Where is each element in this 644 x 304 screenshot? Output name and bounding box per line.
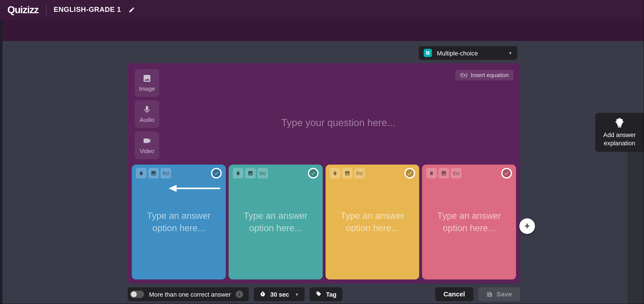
stopwatch-icon: [260, 291, 266, 298]
divider: [46, 4, 46, 15]
answer-tools: f(x): [330, 168, 365, 178]
media-buttons-column: Image Audio Video: [134, 69, 159, 159]
chevron-down-icon: ▼: [295, 292, 299, 296]
answer-image-button[interactable]: [148, 168, 159, 178]
delete-answer-button[interactable]: [233, 168, 244, 178]
add-audio-button[interactable]: Audio: [134, 100, 159, 128]
question-type-dropdown[interactable]: Multiple-choice ▼: [419, 46, 518, 60]
image-icon: [142, 74, 152, 83]
answer-option-4[interactable]: f(x) Type an answer option here...: [422, 164, 516, 280]
app-root: { "brand": "Quizizz", "quiz_title": "ENG…: [0, 0, 644, 304]
question-text-input[interactable]: Type your question here...: [164, 88, 512, 158]
fx-icon: f(x): [260, 171, 266, 176]
answer-tools: f(x): [136, 168, 171, 178]
trash-icon: [235, 170, 241, 176]
answer-equation-button[interactable]: f(x): [354, 168, 365, 178]
trash-icon: [429, 170, 434, 176]
save-icon: [486, 291, 492, 298]
fx-icon: f(x): [162, 171, 169, 176]
answer-equation-button[interactable]: f(x): [258, 168, 268, 178]
answer-equation-button[interactable]: f(x): [160, 168, 171, 178]
delete-answer-button[interactable]: [426, 168, 437, 178]
answer-option-1[interactable]: f(x) Type an answer option here...: [132, 164, 226, 280]
check-icon: [310, 170, 316, 176]
image-icon: [151, 170, 156, 176]
add-explanation-button[interactable]: Add answer explanation: [595, 113, 644, 152]
chevron-down-icon: ▼: [508, 51, 512, 55]
tag-button[interactable]: Tag: [310, 287, 342, 301]
tag-icon: [315, 291, 322, 298]
add-answer-button[interactable]: +: [520, 218, 535, 234]
answer-option-2[interactable]: f(x) Type an answer option here...: [228, 164, 322, 280]
fx-icon: f(x): [453, 171, 460, 176]
question-type-label: Multiple-choice: [437, 50, 478, 56]
mark-correct-toggle[interactable]: [308, 168, 318, 178]
answer-tools: f(x): [426, 168, 462, 178]
left-gutter: [0, 20, 2, 304]
answer-image-button[interactable]: [438, 168, 449, 178]
question-editor-panel: Image Audio Video f(x) Insert equation T…: [128, 63, 520, 284]
answer-placeholder: Type an answer option here...: [426, 210, 512, 234]
multi-correct-toggle[interactable]: [130, 290, 144, 298]
answer-placeholder: Type an answer option here...: [136, 210, 222, 234]
answer-image-button[interactable]: [342, 168, 352, 178]
lightbulb-icon: [614, 118, 625, 128]
trash-icon: [138, 170, 144, 176]
multi-correct-label: More than one correct answer: [149, 291, 231, 298]
edit-title-icon[interactable]: [128, 6, 135, 13]
editor-stage: Multiple-choice ▼ Image Audio Video: [2, 41, 644, 304]
secondary-bar: [2, 20, 644, 41]
answer-option-3[interactable]: f(x) Type an answer option here...: [325, 164, 419, 280]
microphone-icon: [142, 105, 152, 114]
cancel-button[interactable]: Cancel: [435, 287, 473, 301]
add-video-button[interactable]: Video: [134, 132, 159, 160]
mark-correct-toggle[interactable]: [404, 168, 415, 178]
video-icon: [142, 136, 152, 145]
quiz-title: ENGLISH-GRADE 1: [54, 6, 121, 14]
check-icon: [504, 170, 510, 176]
image-icon: [441, 170, 447, 176]
insert-equation-button[interactable]: f(x) Insert equation: [455, 70, 514, 80]
brand-logo: Quizizz: [8, 4, 38, 16]
answer-tools: f(x): [233, 168, 268, 178]
brand-bar: Quizizz ENGLISH-GRADE 1: [0, 0, 644, 20]
delete-answer-button[interactable]: [330, 168, 340, 178]
answer-options-row: f(x) Type an answer option here... f(x) …: [132, 164, 516, 280]
multiple-choice-icon: [424, 49, 432, 57]
question-placeholder: Type your question here...: [281, 117, 395, 128]
editor-footer: More than one correct answer i 30 sec ▼ …: [128, 285, 520, 304]
add-image-button[interactable]: Image: [134, 69, 159, 97]
info-icon[interactable]: i: [236, 290, 243, 298]
check-icon: [213, 170, 219, 176]
multi-correct-toggle-wrap: More than one correct answer i: [128, 287, 249, 301]
fx-icon: f(x): [460, 72, 467, 78]
answer-placeholder: Type an answer option here...: [330, 210, 415, 234]
answer-placeholder: Type an answer option here...: [233, 210, 318, 234]
fx-icon: f(x): [356, 171, 363, 176]
timer-dropdown[interactable]: 30 sec ▼: [254, 287, 304, 301]
answer-image-button[interactable]: [245, 168, 256, 178]
mark-correct-toggle[interactable]: [211, 168, 222, 178]
save-button[interactable]: Save: [478, 287, 520, 301]
check-icon: [407, 170, 413, 176]
mark-correct-toggle[interactable]: [501, 168, 512, 178]
answer-equation-button[interactable]: f(x): [451, 168, 462, 178]
image-icon: [248, 170, 253, 176]
delete-answer-button[interactable]: [136, 168, 147, 178]
trash-icon: [332, 170, 338, 176]
image-icon: [344, 170, 350, 176]
